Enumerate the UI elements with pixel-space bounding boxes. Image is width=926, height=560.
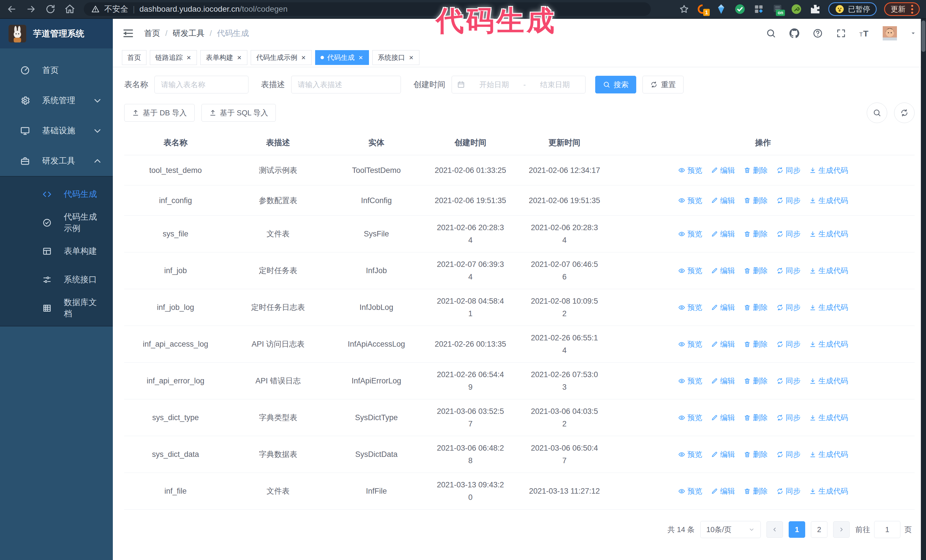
security-warning-icon[interactable] <box>91 5 100 14</box>
action-preview[interactable]: 预览 <box>678 194 702 207</box>
action-generate-code[interactable]: 生成代码 <box>809 164 848 177</box>
action-generate-code[interactable]: 生成代码 <box>809 301 848 314</box>
help-icon[interactable] <box>813 28 823 38</box>
page-button-2[interactable]: 2 <box>811 521 828 538</box>
search-button[interactable]: 搜索 <box>595 76 636 94</box>
sidebar-item-codegen[interactable]: 代码生成 <box>0 180 113 208</box>
import-db-button[interactable]: 基于 DB 导入 <box>124 104 195 122</box>
action-generate-code[interactable]: 生成代码 <box>809 411 848 424</box>
extension-puzzle-icon[interactable] <box>809 3 821 15</box>
action-edit[interactable]: 编辑 <box>711 301 735 314</box>
page-button-1[interactable]: 1 <box>789 521 805 538</box>
action-preview[interactable]: 预览 <box>678 164 702 177</box>
action-generate-code[interactable]: 生成代码 <box>809 338 848 350</box>
breadcrumb-home[interactable]: 首页 <box>144 28 160 39</box>
paused-profile-pill[interactable]: 已暂停 <box>828 2 877 16</box>
action-preview[interactable]: 预览 <box>678 301 702 314</box>
extension-on-icon[interactable]: on <box>772 3 783 15</box>
table-desc-input[interactable] <box>291 76 401 94</box>
date-range-picker[interactable]: 开始日期 - 结束日期 <box>452 76 586 94</box>
action-generate-code[interactable]: 生成代码 <box>809 264 848 277</box>
next-page-button[interactable] <box>833 521 850 538</box>
tab-codegen[interactable]: 代码生成× <box>315 50 369 65</box>
action-generate-code[interactable]: 生成代码 <box>809 448 848 460</box>
tab-system-api[interactable]: 系统接口× <box>372 50 419 65</box>
action-sync[interactable]: 同步 <box>776 374 800 387</box>
action-sync[interactable]: 同步 <box>776 264 800 277</box>
sidebar-item-db-doc[interactable]: 数据库文档 <box>0 294 113 323</box>
reset-button[interactable]: 重置 <box>643 76 684 94</box>
sidebar-item-codegen-example[interactable]: 代码生成示例 <box>0 208 113 237</box>
action-edit[interactable]: 编辑 <box>711 485 735 497</box>
action-sync[interactable]: 同步 <box>776 338 800 350</box>
action-preview[interactable]: 预览 <box>678 374 702 387</box>
close-icon[interactable]: × <box>236 54 242 61</box>
fullscreen-icon[interactable] <box>836 28 846 38</box>
action-generate-code[interactable]: 生成代码 <box>809 485 848 497</box>
action-preview[interactable]: 预览 <box>678 485 702 497</box>
tab-form-builder[interactable]: 表单构建× <box>200 50 247 65</box>
home-icon[interactable] <box>64 4 75 15</box>
page-size-select[interactable]: 10条/页 <box>701 521 761 538</box>
github-icon[interactable] <box>789 28 799 38</box>
app-logo[interactable]: 芋道管理系统 <box>0 19 113 48</box>
action-edit[interactable]: 编辑 <box>711 194 735 207</box>
close-icon[interactable]: × <box>301 54 306 61</box>
extension-gem-icon[interactable] <box>716 3 727 15</box>
action-edit[interactable]: 编辑 <box>711 228 735 240</box>
update-browser-pill[interactable]: 更新 <box>884 2 920 16</box>
toggle-search-button[interactable] <box>867 103 887 123</box>
action-delete[interactable]: 删除 <box>744 228 768 240</box>
close-icon[interactable]: × <box>186 54 191 61</box>
action-sync[interactable]: 同步 <box>776 228 800 240</box>
action-delete[interactable]: 删除 <box>744 448 768 460</box>
reload-icon[interactable] <box>45 4 56 15</box>
prev-page-button[interactable] <box>766 521 783 538</box>
action-generate-code[interactable]: 生成代码 <box>809 228 848 240</box>
sidebar-fold-icon[interactable] <box>123 28 134 39</box>
caret-down-icon[interactable] <box>910 30 916 36</box>
scrollbar-thumb[interactable] <box>921 21 925 52</box>
tab-home[interactable]: 首页 <box>122 50 147 65</box>
action-generate-code[interactable]: 生成代码 <box>809 374 848 387</box>
action-sync[interactable]: 同步 <box>776 448 800 460</box>
action-edit[interactable]: 编辑 <box>711 164 735 177</box>
action-edit[interactable]: 编辑 <box>711 264 735 277</box>
close-icon[interactable]: × <box>358 54 363 61</box>
action-generate-code[interactable]: 生成代码 <box>809 194 848 207</box>
back-icon[interactable] <box>6 4 17 15</box>
action-preview[interactable]: 预览 <box>678 228 702 240</box>
action-delete[interactable]: 删除 <box>744 374 768 387</box>
action-delete[interactable]: 删除 <box>744 194 768 207</box>
forward-icon[interactable] <box>26 4 36 15</box>
action-sync[interactable]: 同步 <box>776 194 800 207</box>
action-delete[interactable]: 删除 <box>744 338 768 350</box>
action-delete[interactable]: 删除 <box>744 301 768 314</box>
tab-trace[interactable]: 链路追踪× <box>150 50 197 65</box>
sidebar-item-system[interactable]: 系统管理 <box>0 86 113 116</box>
browser-scrollbar[interactable] <box>921 19 926 560</box>
sidebar-item-form-builder[interactable]: 表单构建 <box>0 237 113 266</box>
action-delete[interactable]: 删除 <box>744 485 768 497</box>
avatar[interactable] <box>883 24 897 42</box>
action-preview[interactable]: 预览 <box>678 411 702 424</box>
action-delete[interactable]: 删除 <box>744 411 768 424</box>
action-delete[interactable]: 删除 <box>744 264 768 277</box>
table-name-input[interactable] <box>154 76 248 94</box>
import-sql-button[interactable]: 基于 SQL 导入 <box>201 104 276 122</box>
breadcrumb-section[interactable]: 研发工具 <box>172 28 204 39</box>
sidebar-item-home[interactable]: 首页 <box>0 55 113 86</box>
sidebar-item-system-api[interactable]: 系统接口 <box>0 266 113 294</box>
menu-kebab-icon[interactable] <box>911 5 913 14</box>
extension-orange-icon[interactable]: 1 <box>697 3 708 15</box>
extension-key-icon[interactable] <box>791 3 802 15</box>
action-sync[interactable]: 同步 <box>776 301 800 314</box>
goto-page-input[interactable] <box>874 521 900 538</box>
action-sync[interactable]: 同步 <box>776 164 800 177</box>
sidebar-item-devtools[interactable]: 研发工具 <box>0 146 113 176</box>
bookmark-star-icon[interactable] <box>679 4 689 14</box>
action-edit[interactable]: 编辑 <box>711 374 735 387</box>
extension-check-icon[interactable] <box>734 3 746 15</box>
sidebar-item-infra[interactable]: 基础设施 <box>0 116 113 146</box>
action-preview[interactable]: 预览 <box>678 448 702 460</box>
